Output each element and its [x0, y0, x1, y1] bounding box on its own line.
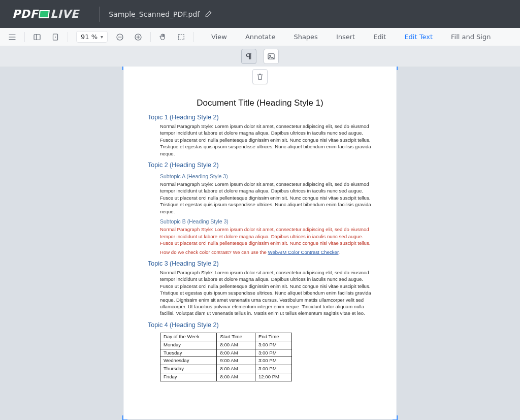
menu-button[interactable] — [3, 28, 21, 46]
toolbar-separator — [68, 32, 68, 42]
contrast-link[interactable]: WebAIM Color Contrast Checker — [268, 249, 339, 255]
sidebar-toggle-button[interactable] — [28, 28, 46, 46]
contrast-pre: How do we check color contrast? We can u… — [160, 249, 268, 255]
schedule-table: Day of the Week Start Time End Time Mond… — [160, 333, 292, 382]
titlebar-separator — [99, 7, 100, 22]
zoom-value: 91 % — [81, 33, 98, 41]
contrast-post: . — [339, 249, 340, 255]
brand-text-right: LIVE — [50, 8, 79, 20]
zoom-in-button[interactable] — [129, 28, 147, 46]
edit-paragraph-button[interactable] — [241, 49, 256, 64]
tab-view[interactable]: View — [202, 28, 236, 46]
svg-rect-0 — [34, 34, 40, 40]
rename-icon[interactable] — [205, 9, 214, 20]
topic-3-paragraph: Normal Paragraph Style: Lorem ipsum dolo… — [160, 269, 372, 317]
table-header-cell: Day of the Week — [160, 333, 217, 341]
document-viewport[interactable]: Document Title (Heading Style 1) Topic 1… — [0, 67, 520, 420]
chevron-down-icon: ▾ — [101, 34, 103, 40]
title-bar: PDF LIVE Sample_Scanned_PDF.pdf — [0, 0, 520, 28]
topic-1-heading: Topic 1 (Heading Style 2) — [148, 113, 372, 122]
svg-point-2 — [55, 37, 56, 38]
subtopic-a-heading: Subtopic A (Heading Style 3) — [160, 173, 372, 180]
topic-4-heading: Topic 4 (Heading Style 2) — [148, 321, 372, 330]
toolbar-separator — [193, 32, 194, 42]
toolbar-separator — [24, 32, 25, 42]
toolbar-separator — [150, 32, 151, 42]
topic-1-paragraph: Normal Paragraph Style: Lorem ipsum dolo… — [160, 123, 372, 157]
subtopic-a-paragraph: Normal Paragraph Style: Lorem ipsum dolo… — [160, 181, 372, 215]
contrast-sentence: How do we check color contrast? We can u… — [160, 249, 372, 255]
svg-rect-5 — [179, 34, 184, 40]
tab-shapes[interactable]: Shapes — [284, 28, 327, 46]
tab-insert[interactable]: Insert — [327, 28, 364, 46]
table-header-cell: Start Time — [217, 333, 255, 341]
tab-edit-text[interactable]: Edit Text — [395, 28, 442, 46]
select-tool-button[interactable] — [172, 28, 190, 46]
table-row: Thursday 8:00 AM 3:00 PM — [160, 365, 292, 373]
tab-annotate[interactable]: Annotate — [236, 28, 284, 46]
subtopic-b-paragraph: Normal Paragraph Style: Lorem ipsum dolo… — [160, 226, 372, 246]
edit-image-button[interactable] — [264, 49, 279, 64]
brand-icon — [39, 10, 50, 18]
brand-text-left: PDF — [12, 8, 38, 20]
zoom-out-button[interactable] — [111, 28, 129, 46]
pdf-page[interactable]: Document Title (Heading Style 1) Topic 1… — [123, 67, 397, 420]
document-title: Document Title (Heading Style 1) — [148, 98, 372, 109]
table-header-row: Day of the Week Start Time End Time — [160, 333, 292, 341]
table-header-cell: End Time — [255, 333, 291, 341]
subtopic-b-heading: Subtopic B (Heading Style 3) — [160, 218, 372, 225]
filename-label: Sample_Scanned_PDF.pdf — [109, 10, 200, 18]
svg-point-7 — [270, 55, 271, 56]
tab-edit[interactable]: Edit — [364, 28, 395, 46]
zoom-control[interactable]: 91 % ▾ — [71, 31, 111, 43]
topic-3-heading: Topic 3 (Heading Style 2) — [148, 260, 372, 268]
tab-fill-sign[interactable]: Fill and Sign — [442, 28, 500, 46]
page-view-button[interactable] — [46, 28, 64, 46]
table-row: Wednesday 9:00 AM 3:00 PM — [160, 357, 292, 365]
delete-page-button[interactable] — [252, 69, 268, 84]
pan-tool-button[interactable] — [154, 28, 172, 46]
edit-text-subtoolbar — [0, 46, 520, 67]
table-row: Monday 8:00 AM 3:00 PM — [160, 341, 292, 349]
main-toolbar: 91 % ▾ View Annotate Shapes Insert Edit … — [0, 28, 520, 46]
brand-logo[interactable]: PDF LIVE — [0, 8, 90, 20]
topic-2-heading: Topic 2 (Heading Style 2) — [148, 161, 372, 170]
table-row: Tuesday 8:00 AM 3:00 PM — [160, 349, 292, 357]
table-row: Friday 8:00 AM 12:00 PM — [160, 373, 292, 381]
